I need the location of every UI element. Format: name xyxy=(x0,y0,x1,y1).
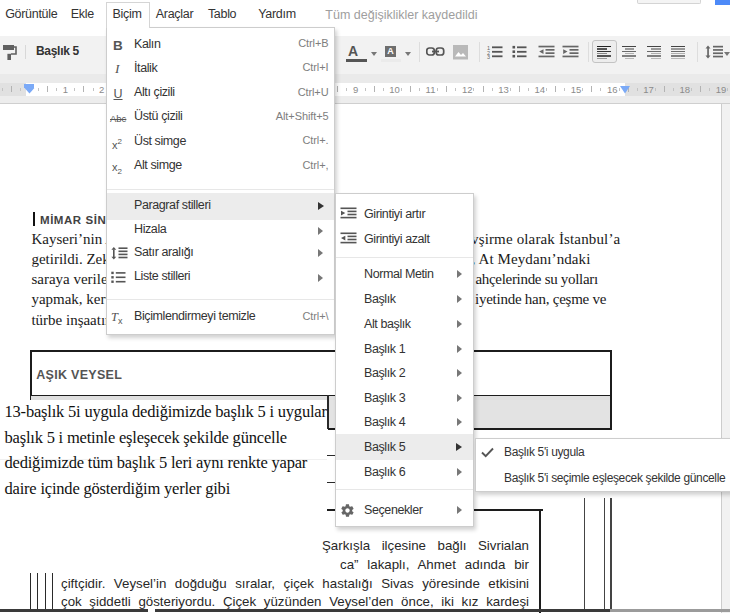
svg-text:3: 3 xyxy=(487,54,490,59)
